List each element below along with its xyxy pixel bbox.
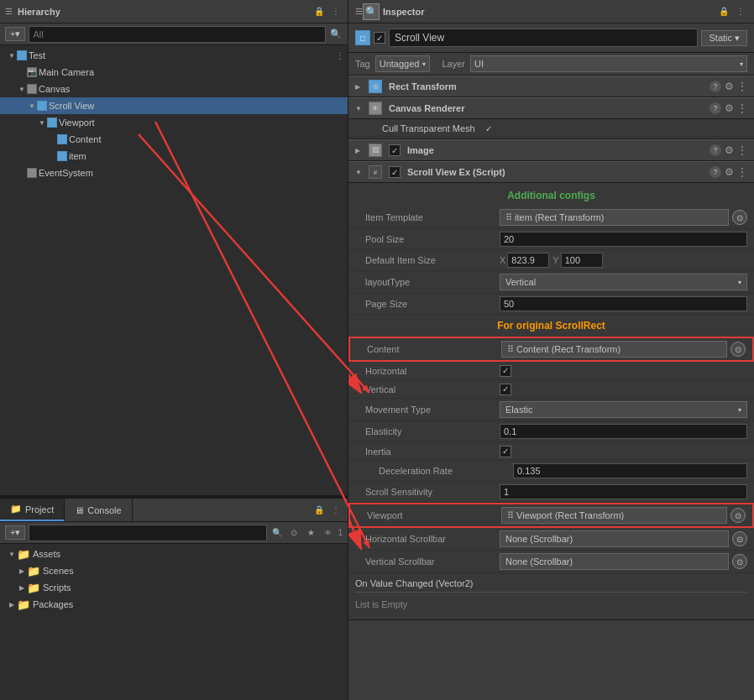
project-star-icon[interactable]: ★ (304, 526, 317, 540)
tab-console[interactable]: 🖥 Console (65, 499, 132, 521)
tag-dropdown[interactable]: Untagged ▾ (375, 55, 431, 72)
project-search-icon[interactable]: 🔍 (270, 526, 284, 540)
project-arrow-scripts[interactable]: ▶ (17, 582, 27, 593)
tree-icon-canvas (27, 84, 37, 94)
project-arrow-scenes[interactable]: ▶ (17, 566, 27, 576)
image-more[interactable]: ⋮ (737, 144, 747, 156)
field-horizontal: Horizontal ✓ (348, 362, 754, 380)
tree-item-scroll-view[interactable]: ▼ Scroll View (0, 97, 348, 114)
horizontal-checkbox[interactable]: ✓ (500, 365, 511, 377)
project-lock-icon[interactable]: 🔒 (312, 504, 326, 517)
tree-item-eventsystem[interactable]: EventSystem (0, 165, 348, 181)
default-size-y-input[interactable] (561, 253, 603, 268)
rect-transform-name: Rect Transform (389, 81, 706, 91)
tree-item-main-camera[interactable]: 📷 Main Camera (0, 64, 348, 81)
viewport-circle-btn[interactable]: ⊙ (730, 508, 746, 523)
rect-transform-more[interactable]: ⋮ (737, 81, 747, 92)
project-item-scenes[interactable]: ▶ 📁 Scenes (0, 562, 348, 579)
h-scrollbar-circle-btn[interactable]: ⊙ (732, 531, 747, 546)
canvas-renderer-more[interactable]: ⋮ (737, 102, 747, 114)
item-template-circle-btn[interactable]: ⊙ (732, 210, 747, 225)
inspector-lock-icon[interactable]: 🔒 (717, 5, 730, 18)
project-label-assets: Assets (33, 549, 60, 559)
rect-transform-help[interactable]: ? (709, 81, 721, 92)
inspector-menu-icon[interactable]: ☰ (355, 7, 363, 16)
elasticity-input[interactable] (500, 424, 747, 439)
page-size-input[interactable] (500, 296, 747, 311)
canvas-renderer-settings[interactable]: ⚙ (725, 102, 734, 114)
hierarchy-lock-icon[interactable]: 🔒 (312, 5, 326, 18)
component-header-image[interactable]: ▶ 🖼 ✓ Image ? ⚙ ⋮ (348, 139, 754, 161)
enabled-checkbox[interactable]: ✓ (374, 32, 385, 44)
viewport-value[interactable]: ⠿ Viewport (Rect Transform) (501, 507, 727, 524)
on-value-title: On Value Changed (Vector2) (355, 578, 747, 593)
object-name-input[interactable] (389, 29, 698, 47)
tree-item-test[interactable]: ▼ Test ⋮ (0, 47, 348, 64)
on-value-changed-section: On Value Changed (Vector2) List is Empty (348, 573, 754, 618)
scroll-sensitivity-input[interactable] (500, 484, 747, 499)
movement-type-label: Movement Type (365, 405, 500, 415)
canvas-renderer-help[interactable]: ? (709, 102, 721, 114)
tree-arrow-canvas[interactable]: ▼ (17, 84, 27, 94)
item-template-value[interactable]: ⠿ item (Rect Transform) (500, 209, 729, 226)
tree-item-viewport[interactable]: ▼ Viewport (0, 114, 348, 131)
project-eye-icon[interactable]: 👁 (321, 526, 334, 540)
layer-dropdown-arrow: ▾ (740, 60, 743, 68)
movement-type-dropdown[interactable]: Elastic ▾ (500, 401, 747, 418)
tree-arrow-test[interactable]: ▼ (7, 50, 17, 60)
hierarchy-more-icon[interactable]: ⋮ (329, 5, 343, 18)
component-header-scroll-view-ex[interactable]: ▼ # ✓ Scroll View Ex (Script) ? ⚙ ⋮ (348, 161, 754, 183)
object-name-bar: □ ✓ Static ▾ (348, 24, 754, 53)
tree-item-content[interactable]: Content (0, 131, 348, 148)
project-filter-icon[interactable]: ⊙ (287, 526, 301, 540)
tab-project[interactable]: 📁 Project (0, 499, 65, 521)
image-help[interactable]: ? (709, 144, 721, 156)
project-arrow-packages[interactable]: ▶ (7, 599, 17, 609)
project-add-btn[interactable]: +▾ (5, 525, 25, 540)
tree-more-test[interactable]: ⋮ (336, 51, 344, 60)
content-circle-btn[interactable]: ⊙ (730, 342, 746, 357)
image-settings[interactable]: ⚙ (725, 144, 734, 156)
hierarchy-menu-icon[interactable]: ☰ (5, 7, 13, 16)
component-header-canvas-renderer[interactable]: ▼ 👁 Canvas Renderer ? ⚙ ⋮ (348, 97, 754, 119)
hierarchy-search-input[interactable] (29, 26, 326, 43)
deceleration-rate-input[interactable] (513, 463, 747, 478)
cull-checkbox[interactable]: ✓ (485, 124, 492, 133)
layer-dropdown[interactable]: UI ▾ (470, 55, 747, 72)
h-scrollbar-value[interactable]: None (Scrollbar) (500, 530, 729, 547)
image-enabled-checkbox[interactable]: ✓ (389, 144, 401, 156)
scroll-view-ex-enabled-checkbox[interactable]: ✓ (389, 166, 401, 178)
scroll-view-ex-name: Scroll View Ex (Script) (407, 167, 706, 177)
hierarchy-search-icon[interactable]: 🔍 (329, 28, 343, 41)
v-scrollbar-value[interactable]: None (Scrollbar) (500, 553, 729, 570)
project-item-packages[interactable]: ▶ 📁 Packages (0, 596, 348, 613)
pool-size-label: Pool Size (365, 234, 500, 244)
layout-type-dropdown[interactable]: Vertical ▾ (500, 274, 747, 290)
scroll-view-ex-more[interactable]: ⋮ (737, 166, 747, 178)
field-vertical: Vertical ✓ (348, 380, 754, 399)
tree-arrow-scroll-view[interactable]: ▼ (27, 101, 37, 111)
tree-item-canvas[interactable]: ▼ Canvas (0, 81, 348, 97)
tree-arrow-viewport[interactable]: ▼ (37, 118, 47, 128)
project-search-input[interactable] (29, 525, 267, 541)
project-item-scripts[interactable]: ▶ 📁 Scripts (0, 579, 348, 596)
inertia-checkbox[interactable]: ✓ (500, 446, 511, 457)
project-more-icon[interactable]: ⋮ (329, 504, 343, 517)
component-header-rect-transform[interactable]: ▶ ⊞ Rect Transform ? ⚙ ⋮ (348, 76, 754, 97)
rect-transform-settings[interactable]: ⚙ (725, 81, 734, 92)
field-scroll-sensitivity: Scroll Sensitivity (348, 482, 754, 503)
v-scrollbar-circle-btn[interactable]: ⊙ (732, 554, 747, 569)
scroll-view-ex-settings[interactable]: ⚙ (725, 166, 734, 178)
content-value[interactable]: ⠿ Content (Rect Transform) (501, 341, 727, 358)
inspector-content[interactable]: ▶ ⊞ Rect Transform ? ⚙ ⋮ ▼ 👁 Canvas Rend… (348, 76, 754, 700)
static-button[interactable]: Static ▾ (701, 30, 747, 46)
inspector-more-icon[interactable]: ⋮ (734, 5, 747, 18)
project-arrow-assets[interactable]: ▼ (7, 549, 17, 559)
project-item-assets[interactable]: ▼ 📁 Assets (0, 546, 348, 562)
pool-size-input[interactable] (500, 232, 747, 247)
vertical-checkbox[interactable]: ✓ (500, 384, 511, 395)
scroll-view-ex-help[interactable]: ? (709, 166, 721, 178)
default-size-x-input[interactable] (507, 253, 549, 268)
hierarchy-add-btn[interactable]: +▾ (5, 27, 25, 41)
tree-item-item[interactable]: item (0, 148, 348, 165)
